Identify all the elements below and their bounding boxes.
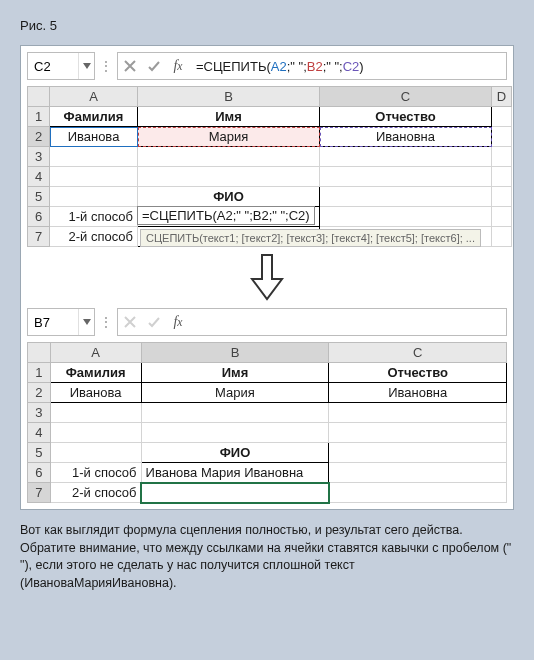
row-header[interactable]: 2 bbox=[28, 127, 50, 147]
cell[interactable]: ФИО bbox=[141, 443, 329, 463]
cell[interactable] bbox=[320, 207, 492, 227]
cell[interactable]: Фамилия bbox=[50, 107, 138, 127]
formula-tooltip: СЦЕПИТЬ(текст1; [текст2]; [текст3]; [тек… bbox=[140, 229, 481, 247]
select-all-corner[interactable] bbox=[28, 343, 51, 363]
footnote-text: Вот как выглядит формула сцепления полно… bbox=[20, 522, 514, 592]
row-header[interactable]: 5 bbox=[28, 187, 50, 207]
cell[interactable]: 2-й способ bbox=[50, 483, 141, 503]
cell-editor[interactable]: =СЦЕПИТЬ(А2;" ";В2;" ";С2) bbox=[137, 206, 315, 225]
formula-text[interactable]: =СЦЕПИТЬ(A2;" ";B2;" ";C2) bbox=[190, 59, 506, 74]
cell[interactable] bbox=[320, 167, 492, 187]
down-arrow-icon bbox=[27, 247, 507, 308]
cell[interactable] bbox=[141, 403, 329, 423]
cell[interactable] bbox=[492, 167, 512, 187]
formula-box[interactable]: fx =СЦЕПИТЬ(A2;" ";B2;" ";C2) bbox=[117, 52, 507, 80]
col-header[interactable]: B bbox=[141, 343, 329, 363]
row-header[interactable]: 3 bbox=[28, 147, 50, 167]
row-header[interactable]: 1 bbox=[28, 107, 50, 127]
cell[interactable] bbox=[492, 107, 512, 127]
row-header[interactable]: 6 bbox=[28, 207, 50, 227]
name-box[interactable] bbox=[27, 52, 95, 80]
row-header[interactable]: 5 bbox=[28, 443, 51, 463]
cell[interactable] bbox=[50, 443, 141, 463]
name-box[interactable] bbox=[27, 308, 95, 336]
cell[interactable]: Фамилия bbox=[50, 363, 141, 383]
name-box-dropdown-icon[interactable] bbox=[78, 53, 94, 79]
spreadsheet-top[interactable]: A B C D 1 Фамилия Имя Отчество 2 Иванова… bbox=[27, 86, 512, 247]
cell[interactable]: Имя bbox=[141, 363, 329, 383]
cell[interactable]: Отчество bbox=[320, 107, 492, 127]
col-header[interactable]: B bbox=[138, 87, 320, 107]
cell[interactable] bbox=[50, 423, 141, 443]
row-header[interactable]: 2 bbox=[28, 383, 51, 403]
separator-icon: ⋮ bbox=[99, 52, 113, 80]
fx-icon[interactable]: fx bbox=[166, 53, 190, 79]
formula-bar-bottom: ⋮ fx bbox=[27, 308, 507, 336]
name-box-input[interactable] bbox=[28, 315, 78, 330]
separator-icon: ⋮ bbox=[99, 308, 113, 336]
row-header[interactable]: 7 bbox=[28, 227, 50, 247]
spreadsheet-bottom[interactable]: A B C 1 Фамилия Имя Отчество 2 Иванова М… bbox=[27, 342, 507, 503]
enter-icon[interactable] bbox=[142, 53, 166, 79]
cancel-icon[interactable] bbox=[118, 309, 142, 335]
cell[interactable] bbox=[138, 167, 320, 187]
cell[interactable] bbox=[492, 227, 512, 247]
cell-editing[interactable]: =СЦЕПИТЬ(А2;" ";В2;" ";С2) СЦЕПИТЬ(текст… bbox=[138, 207, 320, 227]
cell[interactable] bbox=[320, 147, 492, 167]
fx-icon[interactable]: fx bbox=[166, 309, 190, 335]
cell[interactable] bbox=[50, 187, 138, 207]
cell[interactable]: Имя bbox=[138, 107, 320, 127]
cell[interactable] bbox=[50, 167, 138, 187]
cell[interactable] bbox=[50, 403, 141, 423]
cell[interactable] bbox=[50, 147, 138, 167]
cell[interactable] bbox=[492, 147, 512, 167]
col-header[interactable]: A bbox=[50, 343, 141, 363]
row-header[interactable]: 4 bbox=[28, 423, 51, 443]
cell[interactable] bbox=[329, 403, 507, 423]
cell[interactable] bbox=[492, 127, 512, 147]
cell[interactable]: Иванова Мария Ивановна bbox=[141, 463, 329, 483]
select-all-corner[interactable] bbox=[28, 87, 50, 107]
cell[interactable]: ФИО bbox=[138, 187, 320, 207]
cell[interactable] bbox=[492, 187, 512, 207]
formula-bar-top: ⋮ fx =СЦЕПИТЬ(A2;" ";B2;" ";C2) bbox=[27, 52, 507, 80]
col-header[interactable]: D bbox=[492, 87, 512, 107]
row-header[interactable]: 4 bbox=[28, 167, 50, 187]
cell[interactable]: Мария bbox=[141, 383, 329, 403]
col-header[interactable]: A bbox=[50, 87, 138, 107]
cell[interactable]: Иванова bbox=[50, 383, 141, 403]
cell[interactable]: 2-й способ bbox=[50, 227, 138, 247]
cell[interactable]: 1-й способ bbox=[50, 463, 141, 483]
cell[interactable] bbox=[329, 423, 507, 443]
enter-icon[interactable] bbox=[142, 309, 166, 335]
cell-active[interactable]: Ивановна bbox=[320, 127, 492, 147]
cell[interactable]: Ивановна bbox=[329, 383, 507, 403]
cell[interactable] bbox=[320, 187, 492, 207]
cell[interactable]: Иванова bbox=[50, 127, 138, 147]
cell[interactable] bbox=[492, 207, 512, 227]
col-header[interactable]: C bbox=[320, 87, 492, 107]
cell[interactable] bbox=[138, 147, 320, 167]
cancel-icon[interactable] bbox=[118, 53, 142, 79]
row-header[interactable]: 6 bbox=[28, 463, 51, 483]
figure-caption: Рис. 5 bbox=[20, 18, 514, 33]
row-header[interactable]: 7 bbox=[28, 483, 51, 503]
row-header[interactable]: 3 bbox=[28, 403, 51, 423]
cell[interactable] bbox=[329, 443, 507, 463]
cell[interactable]: 1-й способ bbox=[50, 207, 138, 227]
cell[interactable] bbox=[329, 483, 507, 503]
row-header[interactable]: 1 bbox=[28, 363, 51, 383]
col-header[interactable]: C bbox=[329, 343, 507, 363]
formula-box[interactable]: fx bbox=[117, 308, 507, 336]
name-box-input[interactable] bbox=[28, 59, 78, 74]
cell[interactable]: Отчество bbox=[329, 363, 507, 383]
name-box-dropdown-icon[interactable] bbox=[78, 309, 94, 335]
cell[interactable]: Мария bbox=[138, 127, 320, 147]
cell-active[interactable] bbox=[141, 483, 329, 503]
figure-panel: ⋮ fx =СЦЕПИТЬ(A2;" ";B2;" ";C2) A B C D … bbox=[20, 45, 514, 510]
cell[interactable] bbox=[141, 423, 329, 443]
cell[interactable] bbox=[329, 463, 507, 483]
